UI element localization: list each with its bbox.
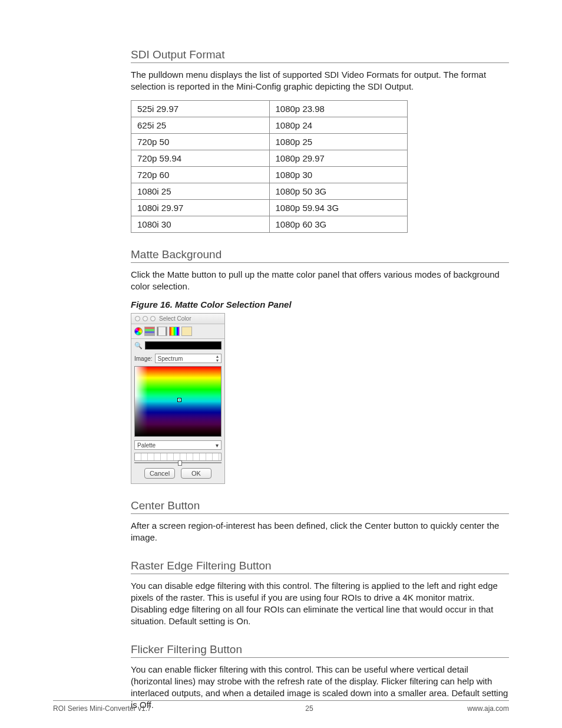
heading-raster-edge-filtering: Raster Edge Filtering Button [131,559,509,574]
color-picker-title: Select Color [159,315,191,322]
table-row: 1080i 251080p 50 3G [131,183,408,199]
magnifier-icon[interactable]: 🔍 [134,342,143,350]
table-row: 720p 601080p 30 [131,166,408,183]
table-row: 1080i 29.971080p 59.94 3G [131,199,408,216]
table-row: 720p 501080p 25 [131,133,408,150]
table-cell: 720p 60 [131,166,270,183]
body-center: After a screen region-of-interest has be… [131,520,509,544]
heading-matte-background: Matte Background [131,248,509,263]
color-picker-panel: Select Color 🔍 Image: Spectrum ▴▾ Palett… [131,313,225,484]
color-palettes-tab-icon[interactable] [157,327,167,336]
table-row: 525i 29.971080p 23.98 [131,100,408,117]
image-palettes-tab-icon[interactable] [169,327,180,336]
table-row: 625i 251080p 24 [131,117,408,133]
table-cell: 720p 59.94 [131,150,270,166]
table-cell: 1080p 30 [269,166,408,183]
current-color-swatch [145,341,222,350]
figure-caption: Figure 16. Matte Color Selection Panel [131,299,509,309]
footer-page-number: 25 [305,704,313,713]
spectrum-picker[interactable] [134,366,222,437]
ok-button[interactable]: OK [181,468,211,479]
swatch-strip[interactable] [134,453,222,461]
footer-left: ROI Series Mini-Converter v1.7 [53,704,151,713]
table-cell: 1080p 50 3G [269,183,408,199]
table-cell: 1080p 24 [269,117,408,133]
color-picker-titlebar: Select Color [131,314,224,324]
window-controls[interactable] [135,316,156,321]
swatch-scroll-slider[interactable] [134,462,222,463]
color-mode-tabs [131,324,224,339]
table-cell: 1080i 30 [131,216,270,232]
body-matte: Click the Matte button to pull up the ma… [131,269,509,293]
spectrum-cursor[interactable] [178,398,181,401]
image-dropdown[interactable]: Spectrum ▴▾ [155,354,222,363]
heading-center-button: Center Button [131,499,509,514]
zoom-icon[interactable] [150,316,156,321]
table-row: 720p 59.941080p 29.97 [131,150,408,166]
cancel-button[interactable]: Cancel [144,468,175,479]
footer-right: www.aja.com [467,704,509,713]
slider-thumb[interactable] [178,460,182,466]
table-row: 1080i 301080p 60 3G [131,216,408,232]
body-raster: You can disable edge filtering with this… [131,580,509,628]
body-sdi: The pulldown menu displays the list of s… [131,69,509,93]
table-cell: 1080p 60 3G [269,216,408,232]
table-cell: 1080i 29.97 [131,199,270,216]
stepper-icon: ▴▾ [216,354,219,363]
heading-flicker-filtering: Flicker Filtering Button [131,643,509,658]
heading-sdi-output-format: SDI Output Format [131,48,509,63]
table-cell: 1080p 25 [269,133,408,150]
table-cell: 1080p 23.98 [269,100,408,117]
table-cell: 1080p 59.94 3G [269,199,408,216]
crayons-tab-icon[interactable] [181,327,192,336]
table-cell: 1080i 25 [131,183,270,199]
minimize-icon[interactable] [143,316,148,321]
palette-label: Palette [137,442,156,449]
table-cell: 1080p 29.97 [269,150,408,166]
image-label: Image: [134,355,153,362]
palette-dropdown[interactable]: Palette ▾ [134,440,222,450]
table-cell: 720p 50 [131,133,270,150]
table-cell: 525i 29.97 [131,100,270,117]
page-footer: ROI Series Mini-Converter v1.7 25 www.aj… [53,700,509,713]
image-dropdown-value: Spectrum [158,355,183,362]
chevron-down-icon: ▾ [216,442,219,449]
color-wheel-tab-icon[interactable] [134,327,143,335]
sdi-format-table: 525i 29.971080p 23.98625i 251080p 24720p… [131,100,408,233]
close-icon[interactable] [135,316,140,321]
table-cell: 625i 25 [131,117,270,133]
color-sliders-tab-icon[interactable] [144,327,155,336]
